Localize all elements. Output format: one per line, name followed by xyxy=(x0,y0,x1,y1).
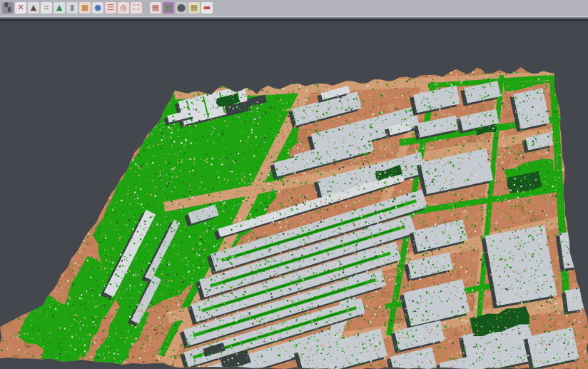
classification-colors-icon[interactable]: ▧ xyxy=(163,2,174,14)
target-icon[interactable]: ◎ xyxy=(118,2,129,14)
selection-bounds-icon[interactable]: ⛶ xyxy=(131,2,142,14)
attributes-table-icon[interactable]: ▦ xyxy=(188,2,200,14)
ground-points-icon[interactable]: ⠶ xyxy=(41,2,52,14)
red-list-icon[interactable]: ☰ xyxy=(105,2,116,14)
globe-icon[interactable]: ● xyxy=(92,2,103,14)
remove-cloud-icon[interactable]: ▬ xyxy=(201,2,213,14)
terrain-green-icon[interactable]: ▲ xyxy=(54,2,65,14)
main-toolbar: ▚✕▲⠶▲▮■●☰◎⛶▦▧⬤▦▬ xyxy=(0,0,588,16)
panel-icon[interactable]: ▮ xyxy=(66,2,78,14)
terrain-brown-icon[interactable]: ▲ xyxy=(28,2,39,14)
align-points-icon[interactable]: ✕ xyxy=(15,2,26,14)
viewport-top-shade xyxy=(0,19,588,21)
point-cloud-viewer-window: ▚✕▲⠶▲▮■●☰◎⛶▦▧⬤▦▬ xyxy=(0,0,588,369)
alpha-grid-icon[interactable]: ▦ xyxy=(150,2,161,14)
app-dark-icon[interactable]: ▚ xyxy=(2,2,14,14)
3d-viewport[interactable] xyxy=(0,0,588,369)
orthophoto-icon[interactable]: ■ xyxy=(79,2,91,14)
camera-icon[interactable]: ⬤ xyxy=(176,2,187,14)
